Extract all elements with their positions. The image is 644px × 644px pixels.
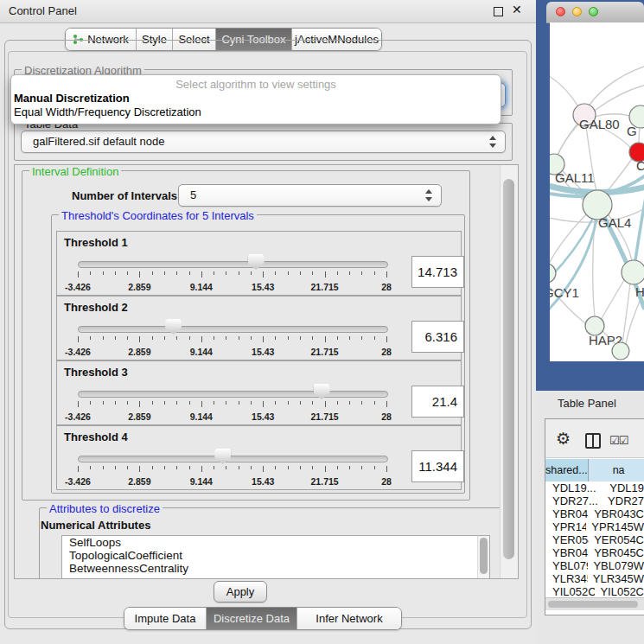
scrollbar-thumb[interactable] bbox=[548, 601, 638, 608]
network-node[interactable] bbox=[622, 260, 644, 284]
list-scrollbar[interactable] bbox=[477, 536, 489, 579]
dropdown-item-manual-discretization[interactable]: Manual Discretization bbox=[14, 92, 130, 105]
table-row[interactable]: YBR045CYBR045C bbox=[545, 546, 644, 559]
select-columns-icon[interactable]: ☑☑ bbox=[609, 434, 628, 447]
float-window-icon[interactable] bbox=[494, 7, 503, 16]
numerical-attributes-list[interactable]: SelfLoopsTopologicalCoefficientBetweenne… bbox=[61, 535, 490, 579]
threshold-panel: Threshold 3 -3.4262.8599.14415.4321.7152… bbox=[56, 360, 462, 425]
threshold-panel: Threshold 2 -3.4262.8599.14415.4321.7152… bbox=[56, 296, 462, 360]
threshold-value-field[interactable]: 11.344 bbox=[411, 450, 464, 482]
threshold-panel: Threshold 1 -3.4262.8599.14415.4321.7152… bbox=[56, 231, 462, 296]
attribute-item[interactable]: TopologicalCoefficient bbox=[62, 549, 489, 562]
slider-track[interactable] bbox=[78, 261, 388, 268]
table-row[interactable]: YBL079WYBL079W bbox=[545, 559, 644, 572]
table-header: shared... na bbox=[545, 459, 644, 481]
stepper-icon bbox=[489, 136, 497, 148]
gear-icon[interactable]: ⚙ bbox=[556, 429, 571, 449]
algorithm-dropdown-popup: Select algorithm to view settings Manual… bbox=[10, 74, 501, 124]
slider-ticks bbox=[78, 271, 386, 279]
number-of-intervals-label: Number of Intervals bbox=[72, 189, 177, 202]
threshold-value-field[interactable]: 21.4 bbox=[411, 386, 464, 418]
numerical-attributes-label: Numerical Attributes bbox=[41, 519, 150, 532]
node-label: C bbox=[636, 158, 644, 173]
dropdown-placeholder-item[interactable]: Select algorithm to view settings bbox=[11, 78, 501, 91]
node-label: H bbox=[635, 284, 644, 299]
table-row[interactable]: YBR043CYBR043C bbox=[545, 507, 644, 520]
combobox-value: 5 bbox=[190, 185, 196, 206]
network-node[interactable] bbox=[612, 342, 629, 360]
table-row[interactable]: YDL19...YDL19 bbox=[545, 481, 644, 494]
threshold-label: Threshold 4 bbox=[64, 430, 128, 443]
slider-ticks bbox=[78, 466, 386, 474]
group-title: Interval Definition bbox=[29, 165, 121, 178]
slider-scale: -3.4262.8599.14415.4321.71528 bbox=[78, 282, 386, 292]
column-header-name[interactable]: na bbox=[589, 459, 644, 481]
table-panel-title: Table Panel bbox=[558, 397, 616, 410]
slider-track[interactable] bbox=[78, 326, 388, 333]
table-row[interactable]: YIL052CYIL052C bbox=[545, 585, 644, 597]
tab-label: Infer Network bbox=[316, 612, 382, 625]
close-icon[interactable]: ✕ bbox=[512, 3, 522, 16]
slider-ticks bbox=[78, 401, 386, 409]
dropdown-item-equal-width[interactable]: Equal Width/Frequency Discretization bbox=[14, 105, 201, 118]
table-row[interactable]: YDR27...YDR27 bbox=[545, 494, 644, 507]
control-panel: Control Panel ✕ Network Style Select Cyn… bbox=[0, 0, 536, 644]
threshold-value-field[interactable]: 6.316 bbox=[411, 321, 464, 353]
slider-ticks bbox=[78, 336, 386, 344]
group-title: Threshold's Coordinates for 5 Intervals bbox=[59, 209, 257, 222]
window-close-icon[interactable] bbox=[556, 7, 565, 16]
group-title: Attributes to discretize bbox=[47, 502, 163, 515]
node-label: GCY1 bbox=[550, 285, 579, 300]
table-data-combobox[interactable]: galFiltered.sif default node bbox=[21, 131, 506, 153]
attribute-item[interactable]: BetweennessCentrality bbox=[62, 562, 489, 575]
node-label: GAL11 bbox=[555, 170, 595, 185]
attribute-item[interactable]: SelfLoops bbox=[62, 536, 489, 549]
window-minimize-icon[interactable] bbox=[572, 7, 582, 16]
stepper-icon bbox=[425, 189, 433, 201]
combobox-value: galFiltered.sif default node bbox=[33, 131, 164, 152]
table-row[interactable]: YPR145WYPR145W bbox=[545, 520, 644, 533]
slider-scale: -3.4262.8599.14415.4321.71528 bbox=[78, 347, 386, 357]
slider-track[interactable] bbox=[78, 391, 388, 398]
columns-icon[interactable] bbox=[585, 433, 601, 449]
network-view-canvas[interactable]: GAL80GCGAL11GAL4GCY1HHAP2 bbox=[550, 22, 644, 361]
vertical-scrollbar[interactable] bbox=[500, 165, 518, 578]
slider-scale: -3.4262.8599.14415.4321.71528 bbox=[78, 411, 386, 422]
tab-impute-data[interactable]: Impute Data bbox=[124, 608, 207, 629]
tab-discretize-data[interactable]: Discretize Data bbox=[207, 608, 297, 629]
tab-label: Impute Data bbox=[135, 612, 196, 625]
slider-scale: -3.4262.8599.14415.4321.71528 bbox=[78, 476, 386, 487]
settings-scrollpane: Interval Definition Number of Intervals … bbox=[14, 164, 519, 579]
threshold-label: Threshold 3 bbox=[64, 366, 128, 379]
threshold-value-field[interactable]: 14.713 bbox=[411, 256, 464, 288]
slider-track[interactable] bbox=[78, 456, 388, 462]
table-row[interactable]: YER054CYER054C bbox=[545, 533, 644, 546]
node-label: GAL80 bbox=[579, 117, 620, 131]
threshold-label: Threshold 2 bbox=[64, 301, 128, 314]
apply-label: Apply bbox=[226, 585, 255, 598]
node-label: GAL4 bbox=[598, 215, 631, 230]
panel-title: Control Panel bbox=[9, 4, 77, 17]
scrollbar-thumb[interactable] bbox=[503, 179, 514, 559]
network-node[interactable] bbox=[550, 264, 556, 283]
window-zoom-icon[interactable] bbox=[589, 7, 598, 16]
table-rows[interactable]: YDL19...YDL19YDR27...YDR27YBR043CYBR043C… bbox=[545, 481, 644, 597]
horizontal-scrollbar[interactable] bbox=[545, 597, 644, 610]
node-label: G bbox=[627, 124, 637, 138]
table-row[interactable]: YLR345WYLR345W bbox=[545, 572, 644, 585]
number-of-intervals-combobox[interactable]: 5 bbox=[178, 184, 442, 207]
tab-infer-network[interactable]: Infer Network bbox=[297, 608, 401, 629]
column-header-shared-name[interactable]: shared... bbox=[545, 459, 589, 481]
threshold-panel: Threshold 4 -3.4262.8599.14415.4321.7152… bbox=[56, 425, 462, 490]
control-panel-titlebar: Control Panel ✕ bbox=[0, 0, 536, 23]
bottom-tab-bar: Impute Data Discretize Data Infer Networ… bbox=[124, 607, 402, 630]
threshold-label: Threshold 1 bbox=[64, 236, 128, 249]
apply-button[interactable]: Apply bbox=[214, 581, 267, 603]
tab-label: Discretize Data bbox=[214, 612, 290, 625]
